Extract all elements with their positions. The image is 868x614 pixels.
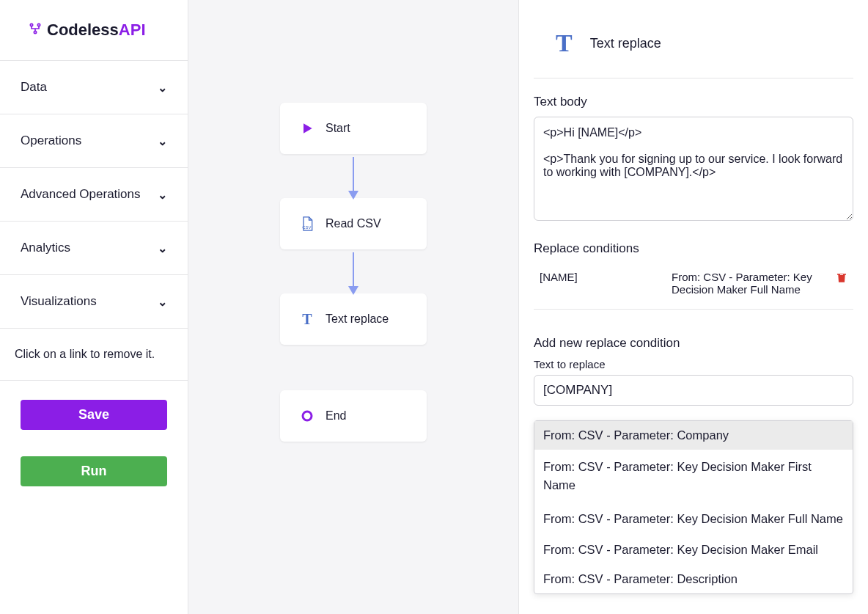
node-end[interactable]: End [280,390,427,442]
node-start[interactable]: Start [280,103,427,154]
text-icon: T [556,29,573,57]
sidebar-item-label: Visualizations [21,294,97,309]
add-new-condition-label: Add new replace condition [534,336,853,351]
dropdown-item[interactable]: From: CSV - Parameter: Company [534,421,853,450]
properties-panel: T Text replace Text body Replace conditi… [519,0,868,614]
text-icon: T [299,311,315,327]
sidebar: CodelessAPI Data ⌄ Operations ⌄ Advanced… [0,0,188,614]
panel-header: T Text replace [534,29,853,78]
end-icon [299,408,315,424]
chevron-down-icon: ⌄ [158,295,167,309]
dropdown-item[interactable]: From: CSV - Parameter: Key Decision Make… [534,502,853,536]
text-to-replace-input[interactable] [534,375,853,406]
chevron-down-icon: ⌄ [158,134,167,148]
svg-point-0 [30,23,32,26]
node-label: Text replace [326,313,389,326]
sidebar-item-label: Advanced Operations [21,187,141,202]
sidebar-item-label: Data [21,80,47,95]
dropdown-item[interactable]: From: CSV - Parameter: Key Decision Make… [534,450,853,502]
node-label: End [326,409,346,423]
svg-point-1 [37,23,40,26]
replace-source-dropdown[interactable]: From: CSV - Parameter: Company From: CSV… [534,420,853,594]
text-body-input[interactable] [534,117,853,221]
svg-point-2 [34,31,36,33]
logo-icon [28,21,43,40]
trash-icon[interactable] [836,271,847,288]
sidebar-item-label: Operations [21,134,81,148]
workflow-canvas[interactable]: Start CSV Read CSV T Text replace End [188,0,519,614]
save-button[interactable]: Save [21,400,167,430]
replace-conditions-label: Replace conditions [534,241,853,256]
sidebar-item-data[interactable]: Data ⌄ [0,61,188,114]
chevron-down-icon: ⌄ [158,241,167,255]
csv-file-icon: CSV [299,216,315,232]
chevron-down-icon: ⌄ [158,81,167,95]
text-to-replace-label: Text to replace [534,358,853,370]
sidebar-hint: Click on a link to remove it. [0,329,188,381]
node-read-csv[interactable]: CSV Read CSV [280,198,427,249]
node-label: Read CSV [326,217,381,230]
node-text-replace[interactable]: T Text replace [280,293,427,345]
sidebar-buttons: Save Run [0,381,188,505]
panel-title: Text replace [590,36,661,51]
sidebar-item-advanced-operations[interactable]: Advanced Operations ⌄ [0,168,188,222]
connector[interactable] [353,252,354,293]
logo[interactable]: CodelessAPI [0,0,188,61]
logo-text: CodelessAPI [47,21,146,40]
sidebar-item-analytics[interactable]: Analytics ⌄ [0,222,188,275]
condition-value: From: CSV - Parameter: Key Decision Make… [672,271,836,296]
connector[interactable] [353,157,354,198]
run-button[interactable]: Run [21,456,167,486]
sidebar-item-visualizations[interactable]: Visualizations ⌄ [0,275,188,329]
svg-text:CSV: CSV [302,226,311,230]
dropdown-item[interactable]: From: CSV - Parameter: Description [534,564,853,593]
chevron-down-icon: ⌄ [158,188,167,202]
condition-key: [NAME] [540,271,672,283]
node-label: Start [326,122,350,135]
dropdown-item[interactable]: From: CSV - Parameter: Key Decision Make… [534,535,853,564]
sidebar-item-operations[interactable]: Operations ⌄ [0,114,188,168]
condition-row: [NAME] From: CSV - Parameter: Key Decisi… [534,263,853,310]
text-body-label: Text body [534,95,853,109]
play-icon [299,120,315,136]
svg-point-4 [303,412,312,420]
sidebar-item-label: Analytics [21,241,70,255]
